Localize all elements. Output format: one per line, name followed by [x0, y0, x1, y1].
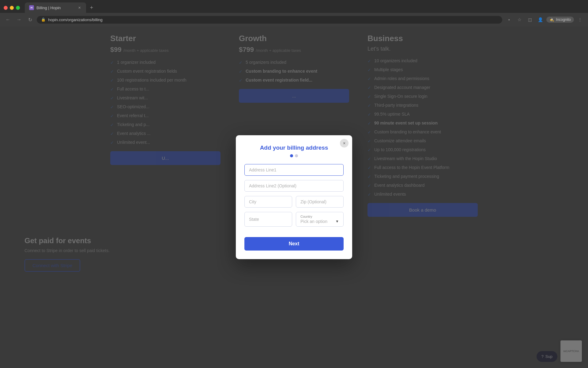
maximize-window-button[interactable]	[16, 6, 20, 10]
reload-button[interactable]: ↻	[26, 15, 34, 24]
minimize-window-button[interactable]	[10, 6, 14, 10]
back-button[interactable]: ←	[4, 15, 12, 24]
address-line2-input[interactable]	[244, 180, 344, 192]
tab-favicon: H	[29, 5, 34, 10]
address-line2-group	[244, 180, 344, 192]
zip-input[interactable]	[296, 196, 344, 208]
chevron-down-icon: ▼	[335, 219, 339, 224]
extensions-icon[interactable]: ◫	[526, 15, 534, 24]
incognito-button[interactable]: 🕵 Incognito	[546, 17, 574, 23]
profile-icon[interactable]: 👤	[536, 15, 545, 24]
country-select[interactable]: Country Pick an option ▼	[296, 212, 344, 227]
window-controls	[4, 6, 20, 10]
modal-title: Add your billing address	[244, 144, 344, 151]
incognito-label: Incognito	[556, 17, 571, 22]
lock-icon: 🔒	[41, 17, 46, 22]
tab-close-button[interactable]: ✕	[77, 5, 82, 10]
browser-chrome: H Billing | Hopin ✕ + ← → ↻ 🔒 hopin.com/…	[0, 0, 588, 26]
modal-step-dots	[244, 154, 344, 157]
browser-nav: ← → ↻ 🔒 hopin.com/organizations/billing …	[0, 13, 588, 26]
nav-right-buttons: ▪ ☆ ◫ 👤 🕵 Incognito ⋮	[505, 15, 584, 24]
address-line1-group	[244, 164, 344, 176]
step-dot-1	[290, 154, 293, 157]
active-tab[interactable]: H Billing | Hopin ✕	[25, 2, 86, 13]
cast-icon[interactable]: ▪	[505, 15, 513, 24]
state-country-row: Country Pick an option ▼	[244, 212, 344, 227]
modal-close-button[interactable]: ×	[340, 139, 349, 148]
step-dot-2	[295, 154, 298, 157]
address-bar[interactable]: 🔒 hopin.com/organizations/billing	[37, 16, 502, 24]
close-window-button[interactable]	[4, 6, 8, 10]
tab-title: Billing | Hopin	[36, 6, 61, 10]
new-tab-button[interactable]: +	[87, 3, 96, 12]
forward-button[interactable]: →	[15, 15, 23, 24]
country-select-inner: Pick an option ▼	[300, 219, 339, 224]
billing-address-modal: × Add your billing address	[236, 135, 352, 259]
state-input[interactable]	[244, 212, 292, 227]
city-input[interactable]	[244, 196, 292, 208]
bookmark-icon[interactable]: ☆	[515, 15, 524, 24]
country-label: Country	[300, 215, 339, 218]
country-value: Pick an option	[300, 219, 327, 224]
modal-overlay: × Add your billing address	[0, 26, 588, 368]
url-text: hopin.com/organizations/billing	[48, 17, 103, 22]
tab-bar: H Billing | Hopin ✕ +	[0, 0, 588, 13]
modal-next-button[interactable]: Next	[244, 237, 344, 251]
page-content: Starter $99 /month + applicable taxes ✓ …	[0, 26, 588, 368]
incognito-icon: 🕵	[549, 17, 554, 22]
menu-icon[interactable]: ⋮	[576, 15, 584, 24]
city-zip-row	[244, 196, 344, 208]
address-line1-input[interactable]	[244, 164, 344, 176]
